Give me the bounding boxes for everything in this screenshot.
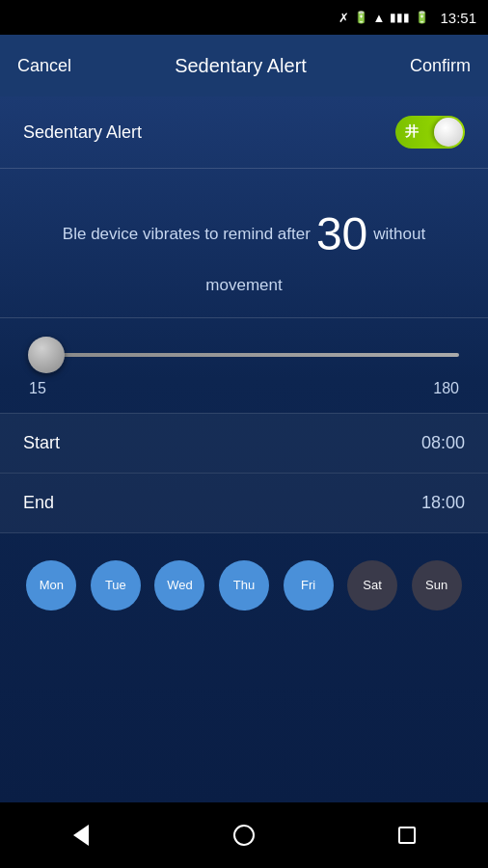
slider-thumb[interactable] <box>28 337 65 373</box>
slider-labels: 15 180 <box>29 380 459 397</box>
day-wed[interactable]: Wed <box>154 560 204 610</box>
day-fri[interactable]: Fri <box>284 560 334 610</box>
bluetooth-icon: ✗ <box>339 11 349 25</box>
toggle-icon: 井 <box>405 123 419 141</box>
back-icon <box>73 825 89 846</box>
start-time-row[interactable]: Start 08:00 <box>0 414 488 474</box>
confirm-button[interactable]: Confirm <box>410 56 471 76</box>
sedentary-alert-label: Sedentary Alert <box>23 122 142 143</box>
bottom-nav <box>0 802 488 868</box>
wifi-icon: ▲ <box>373 11 386 25</box>
start-value: 08:00 <box>421 433 465 453</box>
back-button[interactable] <box>58 812 104 858</box>
sedentary-alert-row: Sedentary Alert 井 <box>0 96 488 169</box>
day-sat[interactable]: Sat <box>347 560 397 610</box>
end-value: 18:00 <box>421 493 465 513</box>
slider-section: 15 180 <box>0 318 488 414</box>
battery-icon: 🔋 <box>415 11 429 24</box>
description-prefix: Ble device vibrates to remind after <box>63 225 311 243</box>
page-title: Sedentary Alert <box>175 55 307 77</box>
end-time-row[interactable]: End 18:00 <box>0 474 488 533</box>
end-label: End <box>23 493 54 513</box>
home-icon <box>233 825 255 846</box>
status-time: 13:51 <box>440 10 476 26</box>
day-thu[interactable]: Thu <box>219 560 269 610</box>
vibrate-icon: 🔋 <box>354 11 368 24</box>
days-section: MonTueWedThuFriSatSun <box>0 533 488 637</box>
slider-track <box>29 353 459 357</box>
description-text: Ble device vibrates to remind after30wit… <box>29 198 459 298</box>
cancel-button[interactable]: Cancel <box>17 56 71 76</box>
signal-icon: ▮▮▮ <box>390 11 410 24</box>
main-content: Sedentary Alert 井 Ble device vibrates to… <box>0 96 488 802</box>
home-button[interactable] <box>221 812 267 858</box>
day-mon[interactable]: Mon <box>26 560 76 610</box>
nav-bar: Cancel Sedentary Alert Confirm <box>0 35 488 96</box>
recents-icon <box>398 827 416 844</box>
description-section: Ble device vibrates to remind after30wit… <box>0 169 488 318</box>
day-sun[interactable]: Sun <box>412 560 462 610</box>
toggle-knob <box>434 118 463 147</box>
start-label: Start <box>23 433 60 453</box>
slider-max: 180 <box>433 380 459 397</box>
day-tue[interactable]: Tue <box>91 560 141 610</box>
status-icons: ✗ 🔋 ▲ ▮▮▮ 🔋 13:51 <box>339 10 476 26</box>
description-number: 30 <box>316 208 367 259</box>
sedentary-alert-toggle[interactable]: 井 <box>395 116 465 149</box>
status-bar: ✗ 🔋 ▲ ▮▮▮ 🔋 13:51 <box>0 0 488 35</box>
slider-container[interactable] <box>29 338 459 372</box>
slider-min: 15 <box>29 380 46 397</box>
recents-button[interactable] <box>384 812 430 858</box>
